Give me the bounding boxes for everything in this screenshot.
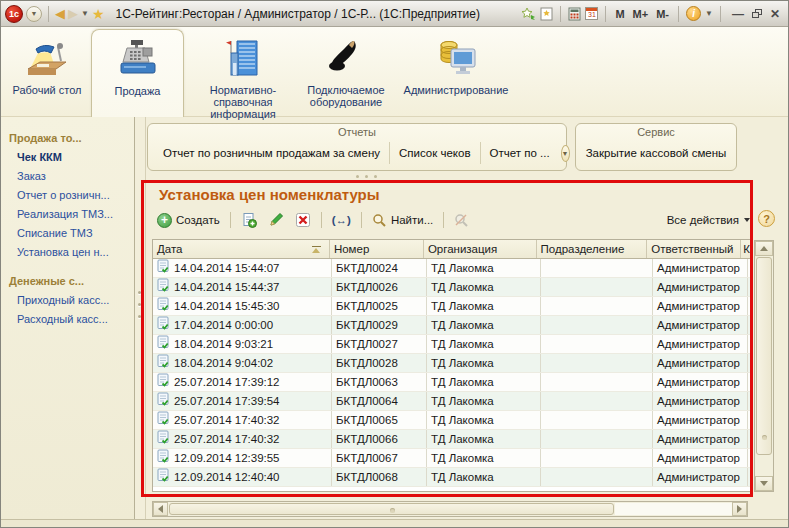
table-row[interactable]: 14.04.2014 15:44:37 БКТДЛ0026 ТД Лакомка… xyxy=(153,278,752,297)
copy-item-button[interactable] xyxy=(238,211,260,229)
table-row[interactable]: 12.09.2014 12:39:55 БКТДЛ0067 ТД Лакомка… xyxy=(153,449,752,468)
edit-button[interactable] xyxy=(265,211,287,229)
table-row[interactable]: 14.04.2014 15:44:07 БКТДЛ0024 ТД Лакомка… xyxy=(153,259,752,278)
column-header-department[interactable]: Подразделение xyxy=(537,240,648,258)
memory-m-plus-button[interactable]: М+ xyxy=(631,8,651,20)
nav-history-dropdown[interactable]: ▼ xyxy=(81,9,89,18)
scroll-down-button[interactable] xyxy=(755,476,773,491)
horizontal-splitter[interactable] xyxy=(356,175,377,178)
nav-forward-button[interactable]: ▶ xyxy=(68,7,78,20)
set-interval-button[interactable]: (↔) xyxy=(329,213,354,227)
divider xyxy=(145,117,146,519)
scroll-right-button[interactable] xyxy=(732,502,747,516)
minimize-button[interactable]: — xyxy=(728,7,748,21)
posted-document-icon xyxy=(157,259,170,277)
sidebar-item[interactable]: Реализация ТМЗ... xyxy=(9,205,134,224)
sidebar-group-header: Денежные с... xyxy=(9,272,134,291)
vertical-scroll-thumb[interactable] xyxy=(756,257,772,455)
reports-buttons: Отчет по розничным продажам за сменуСпис… xyxy=(154,142,559,164)
close-cash-shift-button[interactable]: Закрытие кассовой смены xyxy=(577,142,736,164)
table-header-row: Дата Номер Организация Подразделение Отв… xyxy=(153,240,752,259)
table-row[interactable]: 25.07.2014 17:40:32 БКТДЛ0065 ТД Лакомка… xyxy=(153,411,752,430)
table-row[interactable]: 25.07.2014 17:39:12 БКТДЛ0063 ТД Лакомка… xyxy=(153,373,752,392)
scroll-up-button[interactable] xyxy=(755,241,773,256)
service-group-caption: Сервис xyxy=(576,124,736,140)
table-row[interactable]: 18.04.2014 9:04:02 БКТДЛ0028 ТД Лакомка … xyxy=(153,354,752,373)
favorites-star-icon[interactable]: ★ xyxy=(92,6,105,22)
table-row[interactable]: 17.04.2014 0:00:00 БКТДЛ0029 ТД Лакомка … xyxy=(153,316,752,335)
tab-sales[interactable]: Продажа xyxy=(91,29,184,117)
posted-document-icon xyxy=(157,411,170,429)
sidebar-item[interactable]: Отчет о розничн... xyxy=(9,186,134,205)
calendar-icon[interactable]: 31 xyxy=(585,7,598,20)
list-title: Установка цен номенклатуры xyxy=(159,186,380,203)
more-reports-dropdown-button[interactable]: ▼ xyxy=(561,145,570,162)
add-to-favorites-icon[interactable] xyxy=(521,7,536,21)
tab-connected-equipment[interactable]: Подключаемое оборудование xyxy=(302,29,390,117)
sidebar-group-sales: Чек ККМЗаказОтчет о розничн...Реализация… xyxy=(9,148,134,262)
scroll-track[interactable] xyxy=(615,503,732,515)
memory-m-button[interactable]: М xyxy=(613,8,626,20)
report-button[interactable]: Список чеков xyxy=(389,142,480,164)
create-button[interactable]: + Создать xyxy=(154,212,223,229)
sidebar-item[interactable]: Расходный касс... xyxy=(9,310,134,329)
divider xyxy=(720,6,721,22)
tab-reference-info[interactable]: Нормативно-справочная информация xyxy=(184,29,302,117)
memory-m-minus-button[interactable]: М- xyxy=(654,8,671,20)
posted-document-icon xyxy=(157,392,170,410)
section-panel: Рабочий стол Продажа Нормативно-справочн… xyxy=(1,27,788,117)
table-row[interactable]: 25.07.2014 17:39:54 БКТДЛ0064 ТД Лакомка… xyxy=(153,392,752,411)
horizontal-scrollbar[interactable] xyxy=(152,501,748,517)
info-dropdown[interactable]: ▼ xyxy=(705,9,713,18)
table-row[interactable]: 14.04.2014 15:45:30 БКТДЛ0025 ТД Лакомка… xyxy=(153,297,752,316)
divider xyxy=(678,6,679,22)
column-header-comment[interactable]: К xyxy=(741,240,752,258)
sidebar-group-header: Продажа то... xyxy=(9,129,134,148)
posted-document-icon xyxy=(157,449,170,467)
table-row[interactable]: 12.09.2014 12:40:40 БКТДЛ0068 ТД Лакомка… xyxy=(153,468,752,487)
documents-table: Дата Номер Организация Подразделение Отв… xyxy=(152,239,753,492)
favorites-list-icon[interactable] xyxy=(540,7,553,21)
tab-desktop[interactable]: Рабочий стол xyxy=(3,29,91,117)
sidebar-splitter[interactable] xyxy=(138,291,142,331)
column-header-organization[interactable]: Организация xyxy=(424,240,537,258)
sidebar-item[interactable]: Заказ xyxy=(9,167,134,186)
table-row[interactable]: 25.07.2014 17:40:32 БКТДЛ0066 ТД Лакомка… xyxy=(153,430,752,449)
chevron-down-icon xyxy=(744,218,750,222)
help-button[interactable]: ? xyxy=(758,210,775,227)
posted-document-icon xyxy=(157,373,170,391)
column-header-responsible[interactable]: Ответственный xyxy=(647,240,741,258)
close-button[interactable]: ✕ xyxy=(766,7,784,21)
divider xyxy=(443,212,444,228)
column-header-number[interactable]: Номер xyxy=(330,240,424,258)
sidebar-item[interactable]: Чек ККМ xyxy=(9,148,134,167)
posted-document-icon xyxy=(157,297,170,315)
restore-button[interactable] xyxy=(752,9,762,18)
tab-administration[interactable]: Администрирование xyxy=(390,29,522,117)
report-button[interactable]: Отчет по розничным продажам за смену xyxy=(154,142,389,164)
calculator-icon[interactable] xyxy=(568,7,581,21)
table-body: 14.04.2014 15:44:07 БКТДЛ0024 ТД Лакомка… xyxy=(153,259,752,487)
main-menu-button[interactable]: ▼ xyxy=(26,6,42,22)
vertical-scrollbar[interactable] xyxy=(754,240,774,492)
divider xyxy=(560,6,561,22)
reports-command-group: Отчеты Отчет по розничным продажам за см… xyxy=(147,123,567,171)
sidebar-item[interactable]: Списание ТМЗ xyxy=(9,224,134,243)
report-button[interactable]: Отчет по ... xyxy=(480,142,559,164)
1c-logo-icon[interactable]: 1с xyxy=(5,5,23,23)
delete-button[interactable] xyxy=(292,211,314,229)
nav-back-button[interactable]: ◀ xyxy=(55,7,65,20)
horizontal-scroll-thumb[interactable] xyxy=(169,503,614,515)
table-row[interactable]: 18.04.2014 9:03:21 БКТДЛ0027 ТД Лакомка … xyxy=(153,335,752,354)
clear-search-icon xyxy=(454,213,469,228)
info-icon[interactable]: i xyxy=(686,6,701,21)
scroll-left-button[interactable] xyxy=(153,502,168,516)
sidebar-item[interactable]: Установка цен н... xyxy=(9,243,134,262)
column-header-date[interactable]: Дата xyxy=(153,240,330,258)
find-button[interactable]: Найти... xyxy=(369,212,436,229)
sidebar-item[interactable]: Приходный касс... xyxy=(9,291,134,310)
sidebar-nav: Продажа то... Чек ККМЗаказОтчет о рознич… xyxy=(1,117,135,519)
all-actions-button[interactable]: Все действия xyxy=(667,214,750,226)
cash-register-icon xyxy=(115,36,161,82)
search-icon xyxy=(372,213,387,228)
